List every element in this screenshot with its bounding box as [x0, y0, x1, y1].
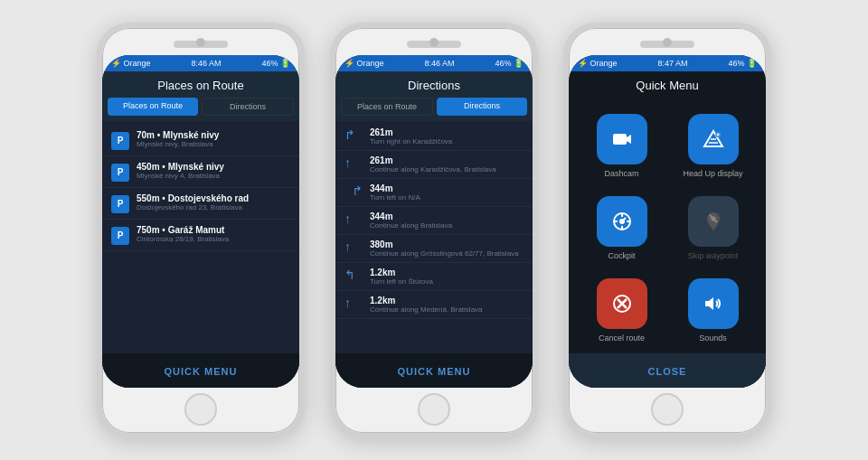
- phones-container: ⚡ Orange 8:46 AM 46% 🔋 Places on Route P…: [88, 14, 780, 447]
- skip-waypoint-icon: [703, 211, 724, 232]
- quick-menu-bar-2: QUICK MENU: [335, 353, 533, 388]
- place-text-1: 70m • Mlynské nivy Mlynské nivy, Bratisl…: [137, 130, 290, 148]
- sounds-icon: [703, 293, 724, 314]
- list-item[interactable]: ↰ 344m Turn left on N/A: [335, 179, 533, 207]
- dir-dist-5: 380m: [370, 239, 524, 249]
- quick-menu-button-1[interactable]: QUICK MENU: [165, 366, 238, 377]
- dashcam-icon-wrap: [597, 114, 647, 164]
- close-bar: CLOSE: [569, 353, 766, 388]
- dir-desc-1: Turn right on Karadžičova: [370, 137, 524, 146]
- dir-desc-7: Continue along Medená, Bratislava: [370, 305, 524, 314]
- qm-item-dashcam[interactable]: Dashcam: [581, 110, 662, 182]
- turn-right-icon: ↱: [344, 127, 363, 142]
- status-bar-2: ⚡ Orange 8:46 AM 46% 🔋: [335, 55, 533, 71]
- svg-line-9: [622, 218, 626, 221]
- dir-dist-2: 261m: [370, 155, 524, 165]
- phone-home-2[interactable]: [418, 393, 450, 426]
- cancel-label: Cancel route: [599, 333, 645, 343]
- status-right-2: 46% 🔋: [495, 59, 524, 68]
- list-item[interactable]: P 750m • Garáž Mamut Cintorínska 28/19, …: [102, 220, 299, 251]
- phone-directions: ⚡ Orange 8:46 AM 46% 🔋 Directions Places…: [330, 23, 538, 438]
- cancel-route-icon: [611, 293, 633, 314]
- status-left-1: ⚡ Orange: [111, 59, 151, 68]
- quick-menu-grid: Dashcam Head Up display: [569, 98, 766, 353]
- dir-text-7: 1.2km Continue along Medená, Bratislava: [370, 296, 524, 314]
- screen-content-1: P 70m • Mlynské nivy Mlynské nivy, Brati…: [102, 121, 299, 388]
- place-icon-3: P: [111, 195, 129, 213]
- status-right-3: 46% 🔋: [728, 59, 757, 68]
- sounds-label: Sounds: [699, 333, 727, 343]
- svg-marker-1: [627, 135, 631, 144]
- qm-item-skip[interactable]: Skip waypoint: [673, 192, 753, 264]
- tab-directions-1[interactable]: Directions: [202, 98, 294, 116]
- place-sub-1: Mlynské nivy, Bratislava: [137, 140, 290, 148]
- quick-menu-button-2[interactable]: QUICK MENU: [398, 366, 471, 377]
- straight-icon-2: ↑: [344, 211, 363, 226]
- list-item[interactable]: ↑ 261m Continue along Karadžičova, Brati…: [335, 151, 533, 179]
- dir-dist-7: 1.2km: [370, 296, 524, 305]
- place-title-4: 750m • Garáž Mamut: [137, 225, 290, 235]
- qm-item-cancel[interactable]: Cancel route: [581, 275, 662, 346]
- list-item[interactable]: P 550m • Dostojevského rad Dostojevského…: [102, 188, 299, 220]
- dir-desc-4: Continue along Bratislava: [370, 221, 524, 230]
- status-bar-3: ⚡ Orange 8:47 AM 46% 🔋: [569, 55, 766, 71]
- place-text-2: 450m • Mlynské nivy Mlynské nivy 4, Brat…: [137, 162, 290, 180]
- list-item[interactable]: ↱ 261m Turn right on Karadžičova: [335, 123, 533, 151]
- turn-left-icon-2: ↰: [344, 268, 363, 282]
- qm-item-sounds[interactable]: Sounds: [673, 275, 753, 346]
- straight-icon-3: ↑: [344, 239, 363, 254]
- dir-text-1: 261m Turn right on Karadžičova: [370, 127, 524, 146]
- turn-left-icon: ↰: [344, 183, 363, 198]
- cockpit-label: Cockpit: [608, 251, 635, 260]
- tab-places-on-route-2[interactable]: Places on Route: [341, 98, 433, 116]
- dir-text-3: 344m Turn left on N/A: [370, 183, 524, 202]
- dir-text-2: 261m Continue along Karadžičova, Bratisl…: [370, 155, 524, 174]
- tab-directions-2[interactable]: Directions: [437, 98, 527, 116]
- list-item[interactable]: ↑ 344m Continue along Bratislava: [335, 207, 533, 235]
- sounds-icon-wrap: [688, 278, 739, 329]
- straight-icon: ↑: [344, 155, 363, 170]
- dir-text-4: 344m Continue along Bratislava: [370, 211, 524, 230]
- quick-menu-screen: Dashcam Head Up display: [569, 98, 766, 388]
- place-text-3: 550m • Dostojevského rad Dostojevského r…: [137, 193, 290, 211]
- list-item[interactable]: P 450m • Mlynské nivy Mlynské nivy 4, Br…: [102, 156, 299, 188]
- status-right-1: 46% 🔋: [261, 59, 290, 68]
- phone-camera-2: [429, 38, 439, 47]
- screen-header-1: Places on Route: [102, 71, 299, 98]
- place-sub-2: Mlynské nivy 4, Bratislava: [137, 172, 290, 180]
- directions-list: ↱ 261m Turn right on Karadžičova ↑ 261m …: [335, 121, 533, 353]
- quick-menu-bar-1: QUICK MENU: [102, 353, 299, 388]
- skip-label: Skip waypoint: [688, 251, 739, 260]
- phone-screen-2: ⚡ Orange 8:46 AM 46% 🔋 Directions Places…: [335, 55, 533, 388]
- place-title-3: 550m • Dostojevského rad: [137, 193, 290, 203]
- hud-icon: [703, 128, 724, 150]
- screen-header-3: Quick Menu: [569, 71, 766, 98]
- dashcam-icon: [611, 128, 633, 150]
- status-center-1: 8:46 AM: [191, 59, 221, 68]
- dashcam-label: Dashcam: [604, 169, 638, 178]
- place-title-1: 70m • Mlynské nivy: [137, 130, 290, 140]
- list-item[interactable]: ↑ 1.2km Continue along Medená, Bratislav…: [335, 291, 533, 319]
- dir-text-5: 380m Continue along Grösslingová 62/77, …: [370, 239, 524, 258]
- dir-dist-4: 344m: [370, 211, 524, 221]
- phone-home-1[interactable]: [184, 393, 217, 426]
- tab-places-on-route-1[interactable]: Places on Route: [108, 98, 198, 116]
- list-item[interactable]: ↰ 1.2km Turn left on Štúrova: [335, 263, 533, 291]
- dir-desc-3: Turn left on N/A: [370, 193, 524, 202]
- cockpit-icon-wrap: [597, 196, 647, 247]
- cockpit-icon: [611, 211, 633, 232]
- status-left-2: ⚡ Orange: [344, 59, 384, 68]
- qm-item-cockpit[interactable]: Cockpit: [581, 192, 662, 264]
- place-icon-4: P: [111, 227, 129, 245]
- status-bar-1: ⚡ Orange 8:46 AM 46% 🔋: [102, 55, 299, 71]
- dir-desc-2: Continue along Karadžičova, Bratislava: [370, 165, 524, 174]
- close-button[interactable]: CLOSE: [648, 366, 687, 377]
- phone-camera-1: [196, 38, 205, 47]
- phone-screen-1: ⚡ Orange 8:46 AM 46% 🔋 Places on Route P…: [102, 55, 299, 388]
- list-item[interactable]: ↑ 380m Continue along Grösslingová 62/77…: [335, 235, 533, 263]
- list-item[interactable]: P 70m • Mlynské nivy Mlynské nivy, Brati…: [102, 125, 299, 156]
- phone-home-3[interactable]: [651, 393, 684, 426]
- place-sub-4: Cintorínska 28/19, Bratislava: [137, 235, 290, 243]
- qm-item-hud[interactable]: Head Up display: [673, 110, 753, 182]
- svg-rect-0: [613, 134, 627, 145]
